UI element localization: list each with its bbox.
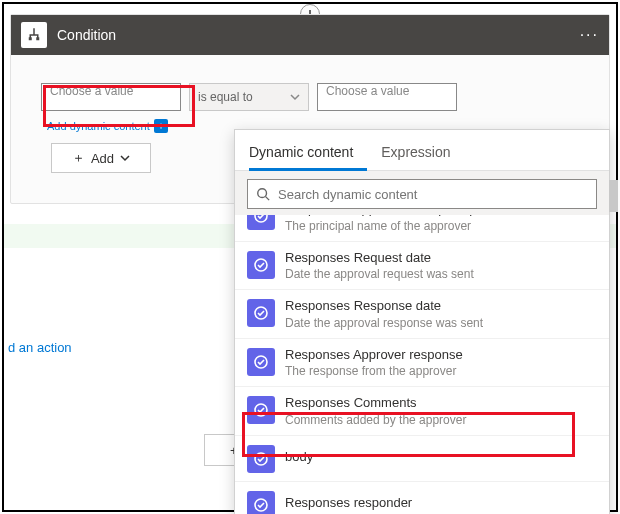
card-menu[interactable]: ···: [580, 26, 599, 44]
value-2-input[interactable]: Choose a value: [317, 83, 457, 111]
chevron-down-icon: [120, 153, 130, 163]
list-item[interactable]: Responses Approver responseThe response …: [235, 339, 609, 388]
search-input[interactable]: [278, 187, 588, 202]
tab-dynamic-content[interactable]: Dynamic content: [249, 138, 353, 170]
approval-icon: [247, 215, 275, 230]
add-action-link[interactable]: d an action: [8, 340, 72, 355]
approval-icon: [247, 396, 275, 424]
search-input-wrap[interactable]: [247, 179, 597, 209]
chevron-down-icon: [290, 92, 300, 102]
popup-tabs: Dynamic content Expression: [235, 130, 609, 171]
tab-expression[interactable]: Expression: [381, 138, 450, 170]
approval-icon: [247, 251, 275, 279]
condition-icon: [21, 22, 47, 48]
plus-icon: ＋: [72, 149, 85, 167]
plus-icon: ＋: [154, 119, 168, 133]
operator-label: is equal to: [198, 90, 253, 104]
list-item[interactable]: Responses CommentsComments added by the …: [235, 387, 609, 436]
list-item[interactable]: Responses Approver user principal nameTh…: [235, 215, 609, 242]
scrollbar-thumb[interactable]: [609, 180, 618, 212]
dynamic-content-popup: Dynamic content Expression Responses App…: [234, 129, 610, 514]
approval-icon: [247, 491, 275, 514]
card-header[interactable]: Condition ···: [11, 15, 609, 55]
list-item[interactable]: Responses Request dateDate the approval …: [235, 242, 609, 291]
approval-icon: [247, 299, 275, 327]
approval-icon: [247, 445, 275, 473]
condition-row: Choose a value is equal to Choose a valu…: [11, 55, 609, 115]
search-icon: [256, 187, 270, 201]
svg-point-0: [258, 189, 267, 198]
operator-select[interactable]: is equal to: [189, 83, 309, 111]
list-item[interactable]: Responses responder: [235, 482, 609, 514]
list-item[interactable]: Responses Response dateDate the approval…: [235, 290, 609, 339]
card-title: Condition: [57, 27, 580, 43]
approval-icon: [247, 348, 275, 376]
add-button[interactable]: ＋ Add: [51, 143, 151, 173]
value-1-input[interactable]: Choose a value: [41, 83, 181, 111]
tab-indicator: [249, 168, 367, 171]
list-item[interactable]: body: [235, 436, 609, 482]
dynamic-content-list: Responses Approver user principal nameTh…: [235, 215, 609, 514]
